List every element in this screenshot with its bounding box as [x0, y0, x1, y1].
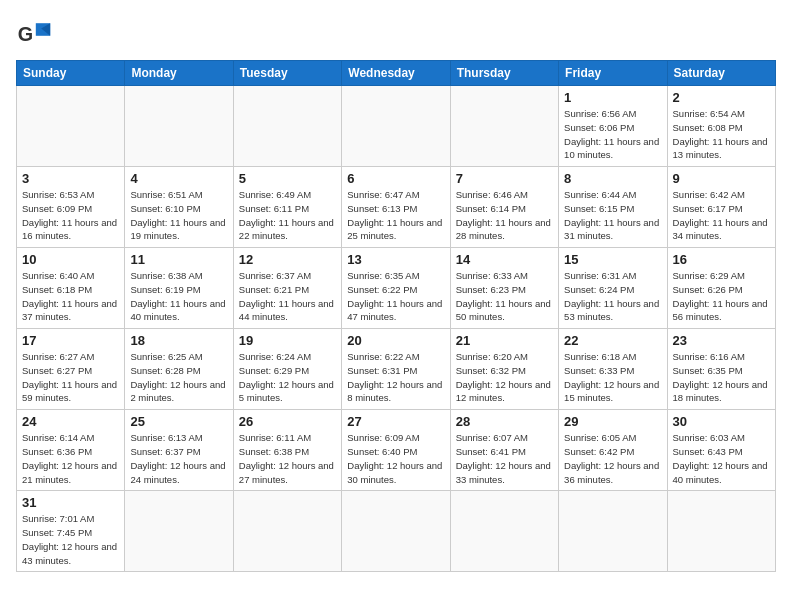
header: G [16, 16, 776, 52]
day-info: Sunrise: 6:40 AM Sunset: 6:18 PM Dayligh… [22, 269, 119, 324]
day-cell [559, 491, 667, 572]
week-row-5: 24Sunrise: 6:14 AM Sunset: 6:36 PM Dayli… [17, 410, 776, 491]
day-number: 7 [456, 171, 553, 186]
day-info: Sunrise: 6:22 AM Sunset: 6:31 PM Dayligh… [347, 350, 444, 405]
day-number: 16 [673, 252, 770, 267]
day-cell: 19Sunrise: 6:24 AM Sunset: 6:29 PM Dayli… [233, 329, 341, 410]
day-cell: 7Sunrise: 6:46 AM Sunset: 6:14 PM Daylig… [450, 167, 558, 248]
day-info: Sunrise: 6:05 AM Sunset: 6:42 PM Dayligh… [564, 431, 661, 486]
day-number: 22 [564, 333, 661, 348]
day-info: Sunrise: 6:37 AM Sunset: 6:21 PM Dayligh… [239, 269, 336, 324]
weekday-header-sunday: Sunday [17, 61, 125, 86]
day-cell [233, 86, 341, 167]
day-number: 17 [22, 333, 119, 348]
day-number: 12 [239, 252, 336, 267]
day-cell: 3Sunrise: 6:53 AM Sunset: 6:09 PM Daylig… [17, 167, 125, 248]
day-cell: 26Sunrise: 6:11 AM Sunset: 6:38 PM Dayli… [233, 410, 341, 491]
day-number: 20 [347, 333, 444, 348]
day-cell: 17Sunrise: 6:27 AM Sunset: 6:27 PM Dayli… [17, 329, 125, 410]
day-number: 9 [673, 171, 770, 186]
day-number: 10 [22, 252, 119, 267]
day-number: 1 [564, 90, 661, 105]
day-cell: 16Sunrise: 6:29 AM Sunset: 6:26 PM Dayli… [667, 248, 775, 329]
day-cell: 22Sunrise: 6:18 AM Sunset: 6:33 PM Dayli… [559, 329, 667, 410]
week-row-2: 3Sunrise: 6:53 AM Sunset: 6:09 PM Daylig… [17, 167, 776, 248]
day-info: Sunrise: 6:51 AM Sunset: 6:10 PM Dayligh… [130, 188, 227, 243]
day-info: Sunrise: 6:14 AM Sunset: 6:36 PM Dayligh… [22, 431, 119, 486]
week-row-6: 31Sunrise: 7:01 AM Sunset: 7:45 PM Dayli… [17, 491, 776, 572]
day-number: 8 [564, 171, 661, 186]
day-cell [450, 86, 558, 167]
day-cell [342, 491, 450, 572]
day-number: 31 [22, 495, 119, 510]
day-cell: 31Sunrise: 7:01 AM Sunset: 7:45 PM Dayli… [17, 491, 125, 572]
day-info: Sunrise: 6:07 AM Sunset: 6:41 PM Dayligh… [456, 431, 553, 486]
weekday-header-wednesday: Wednesday [342, 61, 450, 86]
logo-svg: G [16, 16, 52, 52]
day-info: Sunrise: 6:54 AM Sunset: 6:08 PM Dayligh… [673, 107, 770, 162]
day-cell: 29Sunrise: 6:05 AM Sunset: 6:42 PM Dayli… [559, 410, 667, 491]
day-cell: 11Sunrise: 6:38 AM Sunset: 6:19 PM Dayli… [125, 248, 233, 329]
day-number: 2 [673, 90, 770, 105]
day-info: Sunrise: 6:13 AM Sunset: 6:37 PM Dayligh… [130, 431, 227, 486]
day-number: 14 [456, 252, 553, 267]
day-info: Sunrise: 6:29 AM Sunset: 6:26 PM Dayligh… [673, 269, 770, 324]
week-row-3: 10Sunrise: 6:40 AM Sunset: 6:18 PM Dayli… [17, 248, 776, 329]
day-cell: 20Sunrise: 6:22 AM Sunset: 6:31 PM Dayli… [342, 329, 450, 410]
day-number: 29 [564, 414, 661, 429]
day-number: 11 [130, 252, 227, 267]
day-number: 30 [673, 414, 770, 429]
day-cell: 27Sunrise: 6:09 AM Sunset: 6:40 PM Dayli… [342, 410, 450, 491]
weekday-header-tuesday: Tuesday [233, 61, 341, 86]
day-info: Sunrise: 6:09 AM Sunset: 6:40 PM Dayligh… [347, 431, 444, 486]
day-number: 3 [22, 171, 119, 186]
day-cell: 9Sunrise: 6:42 AM Sunset: 6:17 PM Daylig… [667, 167, 775, 248]
day-cell: 18Sunrise: 6:25 AM Sunset: 6:28 PM Dayli… [125, 329, 233, 410]
day-cell: 21Sunrise: 6:20 AM Sunset: 6:32 PM Dayli… [450, 329, 558, 410]
day-info: Sunrise: 6:46 AM Sunset: 6:14 PM Dayligh… [456, 188, 553, 243]
day-number: 19 [239, 333, 336, 348]
day-cell: 4Sunrise: 6:51 AM Sunset: 6:10 PM Daylig… [125, 167, 233, 248]
day-cell [17, 86, 125, 167]
day-number: 21 [456, 333, 553, 348]
day-info: Sunrise: 6:56 AM Sunset: 6:06 PM Dayligh… [564, 107, 661, 162]
day-cell [667, 491, 775, 572]
svg-text:G: G [18, 23, 33, 45]
day-info: Sunrise: 6:27 AM Sunset: 6:27 PM Dayligh… [22, 350, 119, 405]
weekday-header-monday: Monday [125, 61, 233, 86]
day-info: Sunrise: 6:16 AM Sunset: 6:35 PM Dayligh… [673, 350, 770, 405]
weekday-header-thursday: Thursday [450, 61, 558, 86]
day-cell: 15Sunrise: 6:31 AM Sunset: 6:24 PM Dayli… [559, 248, 667, 329]
day-cell: 30Sunrise: 6:03 AM Sunset: 6:43 PM Dayli… [667, 410, 775, 491]
day-cell [342, 86, 450, 167]
day-info: Sunrise: 6:35 AM Sunset: 6:22 PM Dayligh… [347, 269, 444, 324]
day-cell [450, 491, 558, 572]
day-number: 5 [239, 171, 336, 186]
day-cell: 13Sunrise: 6:35 AM Sunset: 6:22 PM Dayli… [342, 248, 450, 329]
day-cell: 24Sunrise: 6:14 AM Sunset: 6:36 PM Dayli… [17, 410, 125, 491]
day-info: Sunrise: 6:31 AM Sunset: 6:24 PM Dayligh… [564, 269, 661, 324]
weekday-header-saturday: Saturday [667, 61, 775, 86]
day-cell [233, 491, 341, 572]
day-number: 28 [456, 414, 553, 429]
weekday-header-friday: Friday [559, 61, 667, 86]
day-number: 25 [130, 414, 227, 429]
day-cell: 8Sunrise: 6:44 AM Sunset: 6:15 PM Daylig… [559, 167, 667, 248]
day-info: Sunrise: 6:25 AM Sunset: 6:28 PM Dayligh… [130, 350, 227, 405]
day-number: 13 [347, 252, 444, 267]
logo: G [16, 16, 58, 52]
day-number: 23 [673, 333, 770, 348]
day-cell: 14Sunrise: 6:33 AM Sunset: 6:23 PM Dayli… [450, 248, 558, 329]
day-cell: 1Sunrise: 6:56 AM Sunset: 6:06 PM Daylig… [559, 86, 667, 167]
day-cell: 6Sunrise: 6:47 AM Sunset: 6:13 PM Daylig… [342, 167, 450, 248]
day-info: Sunrise: 6:42 AM Sunset: 6:17 PM Dayligh… [673, 188, 770, 243]
day-info: Sunrise: 6:03 AM Sunset: 6:43 PM Dayligh… [673, 431, 770, 486]
day-info: Sunrise: 6:53 AM Sunset: 6:09 PM Dayligh… [22, 188, 119, 243]
weekday-header-row: SundayMondayTuesdayWednesdayThursdayFrid… [17, 61, 776, 86]
day-info: Sunrise: 6:33 AM Sunset: 6:23 PM Dayligh… [456, 269, 553, 324]
day-number: 24 [22, 414, 119, 429]
day-cell: 25Sunrise: 6:13 AM Sunset: 6:37 PM Dayli… [125, 410, 233, 491]
day-cell: 12Sunrise: 6:37 AM Sunset: 6:21 PM Dayli… [233, 248, 341, 329]
day-info: Sunrise: 6:44 AM Sunset: 6:15 PM Dayligh… [564, 188, 661, 243]
day-info: Sunrise: 6:20 AM Sunset: 6:32 PM Dayligh… [456, 350, 553, 405]
